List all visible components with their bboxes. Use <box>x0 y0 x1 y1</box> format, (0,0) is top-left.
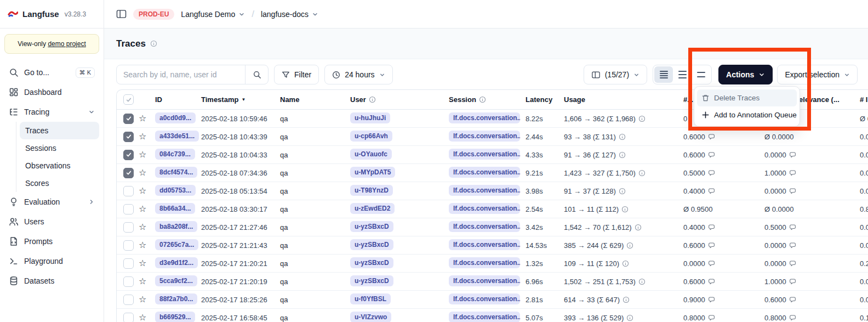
project-switcher[interactable]: langfuse-docs <box>261 10 318 19</box>
favorite-star-icon[interactable]: ☆ <box>139 186 146 195</box>
table-row[interactable]: ☆dd05753...2025-02-18 05:13:54qau-T98Ynz… <box>117 182 868 200</box>
user-badge[interactable]: u-OYauofc <box>350 149 392 160</box>
column-header-latency[interactable]: Latency <box>526 95 564 104</box>
table-row[interactable]: ☆b669529...2025-02-17 16:58:45qau-VIZzvw… <box>117 309 868 322</box>
row-checkbox[interactable] <box>123 295 134 305</box>
row-checkbox[interactable] <box>123 222 134 233</box>
select-all-checkbox-cell[interactable] <box>117 94 139 105</box>
user-badge[interactable]: u-f0YfBSL <box>350 293 391 304</box>
sidebar-item-observations[interactable]: Observations <box>20 157 99 174</box>
user-badge[interactable]: u-yzSBxcD <box>350 239 393 250</box>
session-badge[interactable]: lf.docs.conversation.... <box>449 312 520 322</box>
trace-id-badge[interactable]: d3e9d1f2... <box>155 257 198 268</box>
session-badge[interactable]: lf.docs.conversation.... <box>449 149 520 160</box>
favorite-star-icon[interactable]: ☆ <box>139 240 146 250</box>
trace-id-badge[interactable]: 8dcf4574... <box>155 167 197 178</box>
table-row[interactable]: ☆07265c7a...2025-02-17 21:21:43qau-yzSBx… <box>117 236 868 255</box>
favorite-star-icon[interactable]: ☆ <box>139 150 146 159</box>
favorite-star-icon[interactable]: ☆ <box>139 313 146 322</box>
table-row[interactable]: ☆d3e9d1f2...2025-02-17 21:20:21qau-yzSBx… <box>117 255 868 273</box>
table-row[interactable]: ☆88f2a7b0...2025-02-17 18:25:26qau-f0YfB… <box>117 291 868 309</box>
user-badge[interactable]: u-yzSBxcD <box>350 275 393 286</box>
trace-id-badge[interactable]: 07265c7a... <box>155 239 198 250</box>
column-header-id[interactable]: ID <box>155 95 201 104</box>
row-checkbox[interactable] <box>123 258 134 269</box>
user-badge[interactable]: u-yzSBxcD <box>350 257 393 268</box>
column-header-timestamp[interactable]: Timestamp▼ <box>201 95 280 104</box>
column-header-#-i[interactable]: # I <box>853 95 868 104</box>
favorite-star-icon[interactable]: ☆ <box>139 295 146 304</box>
column-visibility-button[interactable]: (15/27) <box>584 65 647 84</box>
trace-id-badge[interactable]: dd05753... <box>155 185 196 196</box>
favorite-star-icon[interactable]: ☆ <box>139 204 146 213</box>
user-badge[interactable]: u-T98YnzD <box>350 185 393 196</box>
actions-button[interactable]: Actions <box>718 65 773 84</box>
row-checkbox[interactable] <box>123 168 134 178</box>
filter-button[interactable]: Filter <box>274 65 319 84</box>
trace-id-badge[interactable]: 88f2a7b0... <box>155 293 197 304</box>
trace-id-badge[interactable]: 5cca9cf2... <box>155 275 197 286</box>
table-row[interactable]: ☆8dcf4574...2025-02-18 07:34:36qau-MYpDA… <box>117 164 868 182</box>
goto-button[interactable]: Go to... ⌘ K <box>4 63 99 82</box>
column-header-session[interactable]: Session <box>449 95 526 104</box>
trace-id-badge[interactable]: 8b66a34... <box>155 203 195 214</box>
sidebar-item-tracing[interactable]: Tracing <box>4 102 99 122</box>
session-badge[interactable]: lf.docs.conversation.... <box>449 293 520 304</box>
trace-id-badge[interactable]: a0cd0d9... <box>155 112 196 123</box>
row-checkbox[interactable] <box>123 204 134 214</box>
user-badge[interactable]: u-cp66Avh <box>350 131 392 142</box>
table-row[interactable]: ☆a433de51...2025-02-18 10:43:39qau-cp66A… <box>117 128 868 146</box>
org-switcher[interactable]: Langfuse Demo <box>181 10 245 19</box>
table-row[interactable]: ☆ba8a208f...2025-02-17 21:27:46qau-yzSBx… <box>117 218 868 236</box>
sidebar-item-dashboard[interactable]: Dashboard <box>4 82 99 102</box>
session-badge[interactable]: lf.docs.conversation.... <box>449 203 520 214</box>
user-badge[interactable]: u-VIZzvwo <box>350 312 391 322</box>
favorite-star-icon[interactable]: ☆ <box>139 114 146 123</box>
user-badge[interactable]: u-yzSBxcD <box>350 221 393 232</box>
session-badge[interactable]: lf.docs.conversation.... <box>449 275 520 286</box>
row-checkbox[interactable] <box>123 114 134 124</box>
search-input[interactable] <box>117 70 245 79</box>
demo-project-link[interactable]: demo project <box>48 40 85 48</box>
sidebar-item-scores[interactable]: Scores <box>20 174 99 192</box>
table-row[interactable]: ☆5cca9cf2...2025-02-17 21:20:19qau-yzSBx… <box>117 273 868 291</box>
row-height-small-button[interactable] <box>654 66 673 83</box>
trace-id-badge[interactable]: a433de51... <box>155 131 199 142</box>
user-badge[interactable]: u-zEwdED2 <box>350 203 395 214</box>
favorite-star-icon[interactable]: ☆ <box>139 222 146 231</box>
export-selection-button[interactable]: Export selection <box>777 65 858 84</box>
session-badge[interactable]: lf.docs.conversation.... <box>449 112 520 123</box>
trace-id-badge[interactable]: ba8a208f... <box>155 221 197 232</box>
trace-id-badge[interactable]: b669529... <box>155 312 195 322</box>
favorite-star-icon[interactable]: ☆ <box>139 168 146 177</box>
row-checkbox[interactable] <box>123 150 134 160</box>
trace-id-badge[interactable]: 084c739... <box>155 149 195 160</box>
row-checkbox[interactable] <box>123 186 134 196</box>
menu-item-delete-traces[interactable]: Delete Traces <box>697 89 797 106</box>
time-range-button[interactable]: 24 hours <box>324 65 392 84</box>
sidebar-item-evaluation[interactable]: Evaluation <box>4 192 99 212</box>
favorite-star-icon[interactable]: ☆ <box>139 132 146 141</box>
session-badge[interactable]: lf.docs.conversation.... <box>449 131 520 142</box>
sidebar-item-prompts[interactable]: Prompts <box>4 231 99 251</box>
table-row[interactable]: ☆084c739...2025-02-18 10:04:33qau-OYauof… <box>117 146 868 164</box>
favorite-star-icon[interactable]: ☆ <box>139 258 146 268</box>
row-checkbox[interactable] <box>123 240 134 251</box>
session-badge[interactable]: lf.docs.conversation.... <box>449 239 520 250</box>
session-badge[interactable]: lf.docs.conversation.... <box>449 257 520 268</box>
select-all-checkbox[interactable] <box>123 94 134 105</box>
session-badge[interactable]: lf.docs.conversation.... <box>449 167 520 178</box>
menu-item-add-to-annotation-queue[interactable]: Add to Annotation Queue <box>697 106 797 123</box>
column-header-usage[interactable]: Usage <box>564 95 683 104</box>
row-checkbox[interactable] <box>123 276 134 287</box>
search-submit-button[interactable] <box>245 65 268 84</box>
sidebar-item-playground[interactable]: Playground <box>4 251 99 271</box>
user-badge[interactable]: u-huJhuJi <box>350 112 390 123</box>
sidebar-item-sessions[interactable]: Sessions <box>20 139 99 157</box>
row-height-large-button[interactable] <box>692 66 710 83</box>
row-checkbox[interactable] <box>123 313 134 322</box>
session-badge[interactable]: lf.docs.conversation.... <box>449 185 520 196</box>
column-header-user[interactable]: User <box>350 95 449 104</box>
row-checkbox[interactable] <box>123 132 134 142</box>
user-badge[interactable]: u-MYpDAT5 <box>350 167 395 178</box>
